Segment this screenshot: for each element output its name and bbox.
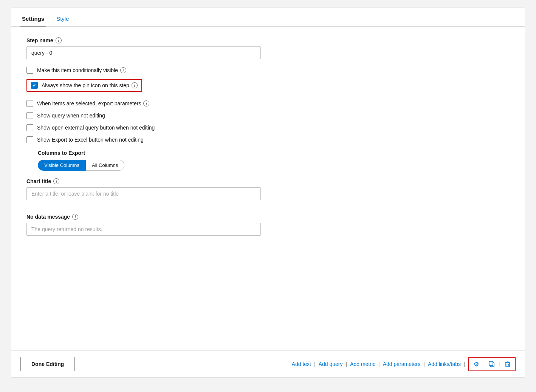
- step-name-input[interactable]: [26, 46, 261, 59]
- export-params-info-icon[interactable]: i: [143, 100, 149, 106]
- columns-export-section: Columns to Export Visible Columns All Co…: [26, 150, 510, 171]
- export-params-checkbox[interactable]: [26, 100, 33, 107]
- no-data-label: No data message i: [26, 214, 510, 220]
- show-query-checkbox[interactable]: [26, 112, 33, 119]
- show-query-row: Show query when not editing: [26, 112, 510, 119]
- add-metric-link[interactable]: Add metric: [350, 361, 375, 367]
- sep-2: |: [345, 361, 347, 367]
- show-external-checkbox[interactable]: [26, 124, 33, 131]
- pin-checkbox[interactable]: [31, 82, 38, 89]
- pin-row-highlighted: Always show the pin icon on this step i: [26, 79, 142, 92]
- conditional-checkbox[interactable]: [26, 67, 33, 74]
- tab-settings[interactable]: Settings: [20, 12, 46, 26]
- columns-export-label: Columns to Export: [38, 150, 510, 156]
- chart-title-label: Chart title i: [26, 178, 510, 184]
- pin-info-icon[interactable]: i: [132, 82, 138, 88]
- footer: Done Editing Add text | Add query | Add …: [11, 350, 525, 377]
- settings-content: Step name i Make this item conditionally…: [11, 27, 525, 350]
- action-icons-group: ⚙ | |: [468, 357, 516, 371]
- sep-3: |: [378, 361, 380, 367]
- all-columns-button[interactable]: All Columns: [86, 160, 124, 171]
- add-parameters-link[interactable]: Add parameters: [383, 361, 421, 367]
- sep-5: |: [464, 361, 465, 367]
- show-excel-row: Show Export to Excel button when not edi…: [26, 136, 510, 143]
- add-text-link[interactable]: Add text: [292, 361, 311, 367]
- sep-4: |: [423, 361, 425, 367]
- svg-rect-1: [489, 361, 493, 366]
- done-editing-button[interactable]: Done Editing: [20, 357, 75, 371]
- trash-icon[interactable]: [502, 358, 513, 370]
- add-links-link[interactable]: Add links/tabs: [428, 361, 461, 367]
- footer-links: Add text | Add query | Add metric | Add …: [292, 357, 516, 371]
- conditional-row: Make this item conditionally visible i: [26, 67, 510, 74]
- chart-title-input[interactable]: [26, 187, 261, 200]
- export-params-row: When items are selected, export paramete…: [26, 100, 510, 107]
- settings-panel: Settings Style Step name i Make this ite…: [11, 8, 525, 378]
- tab-bar: Settings Style: [11, 8, 525, 27]
- show-excel-checkbox[interactable]: [26, 136, 33, 143]
- tab-style[interactable]: Style: [55, 12, 70, 26]
- svg-rect-2: [506, 363, 510, 367]
- visible-columns-button[interactable]: Visible Columns: [38, 160, 86, 171]
- step-name-label: Step name i: [26, 37, 510, 43]
- no-data-info-icon[interactable]: i: [72, 214, 78, 220]
- sep-1: |: [314, 361, 316, 367]
- show-external-row: Show open external query button when not…: [26, 124, 510, 131]
- chart-title-info-icon[interactable]: i: [53, 178, 59, 184]
- columns-toggle-group: Visible Columns All Columns: [38, 160, 510, 171]
- copy-icon[interactable]: [486, 358, 497, 370]
- gear-icon[interactable]: ⚙: [471, 358, 482, 370]
- add-query-link[interactable]: Add query: [319, 361, 343, 367]
- no-data-input[interactable]: [26, 223, 261, 236]
- step-name-info-icon[interactable]: i: [56, 37, 62, 43]
- conditional-info-icon[interactable]: i: [120, 67, 126, 73]
